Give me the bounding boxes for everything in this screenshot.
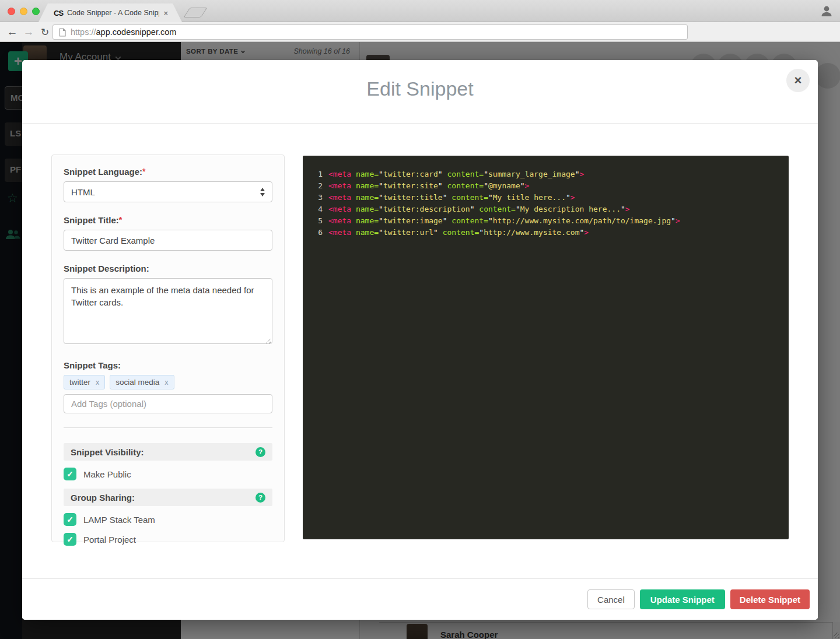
checkbox-row: ✓LAMP Stack Team (64, 513, 272, 526)
code-token: > (584, 227, 589, 238)
tag-label: social media (116, 378, 159, 387)
select-arrows-icon (260, 188, 265, 196)
code-token: " (438, 180, 443, 192)
code-token: > (525, 180, 530, 192)
code-token: " (379, 180, 383, 192)
group-sharing-label: Group Sharing: (71, 493, 135, 503)
code-token (447, 192, 452, 203)
browser-tab[interactable]: CS Code Snipper - A Code Snippe × (38, 3, 182, 22)
window-minimize-button[interactable] (20, 8, 27, 15)
checkbox[interactable]: ✓ (64, 468, 76, 480)
code-editor[interactable]: 1<meta name="twitter:card" content="summ… (303, 156, 789, 539)
code-token: content= (447, 168, 484, 180)
browser-titlebar: CS Code Snipper - A Code Snippe × (0, 0, 840, 22)
edit-snippet-modal: Edit Snippet × Snippet Language:* HTML S… (22, 60, 818, 620)
code-line: 4<meta name="twitter:description" conten… (303, 203, 789, 215)
line-number: 4 (303, 203, 328, 215)
tag-remove-icon[interactable]: x (164, 378, 168, 387)
code-line: 1<meta name="twitter:card" content="summ… (303, 168, 789, 180)
snippet-description-textarea[interactable]: This is an example of the meta data need… (64, 278, 272, 344)
form-divider (64, 427, 272, 428)
code-token: " (443, 192, 447, 203)
checkbox-row: ✓Portal Project (64, 533, 272, 546)
code-token: " (479, 227, 484, 238)
visibility-section-header: Snippet Visibility: ? (64, 443, 272, 461)
code-token: http://www.mysite.com/path/to/image.jpg (493, 215, 671, 227)
required-asterisk: * (119, 215, 122, 224)
code-token (351, 192, 356, 203)
code-token: <meta (328, 215, 351, 227)
back-button[interactable]: ← (5, 22, 20, 42)
code-token: <meta (328, 180, 351, 192)
window-close-button[interactable] (8, 8, 15, 15)
line-number: 5 (303, 215, 328, 227)
code-token: twitter:url (383, 227, 433, 238)
code-token: My title here... (493, 192, 566, 203)
code-token (351, 180, 356, 192)
code-token (443, 180, 447, 192)
forward-button[interactable]: → (21, 22, 36, 42)
description-label: Snippet Description: (64, 264, 272, 273)
snippet-title-input[interactable] (64, 230, 272, 251)
code-token: " (488, 192, 493, 203)
code-token: twitter:card (383, 168, 438, 180)
code-token: > (570, 192, 575, 203)
url-host: app.codesnipper.com (96, 27, 177, 37)
browser-profile-icon[interactable] (820, 5, 833, 17)
tag-chip: twitterx (64, 375, 105, 389)
add-tags-input[interactable] (64, 394, 272, 413)
group-section-header: Group Sharing: ? (64, 489, 272, 506)
code-line: 3<meta name="twitter:title" content="My … (303, 192, 789, 203)
code-token: content= (452, 192, 488, 203)
checkbox-label: Portal Project (83, 535, 136, 545)
language-select[interactable]: HTML (64, 181, 272, 202)
line-number: 6 (303, 227, 328, 238)
code-token: <meta (328, 203, 351, 215)
snippet-form-panel: Snippet Language:* HTML Snippet Title:* … (51, 155, 285, 542)
cancel-button[interactable]: Cancel (587, 589, 635, 609)
code-token: <meta (328, 168, 351, 180)
tab-close-icon[interactable]: × (163, 9, 168, 17)
help-icon[interactable]: ? (256, 447, 265, 457)
code-token: > (625, 203, 630, 215)
code-token: " (484, 180, 488, 192)
code-token: " (621, 203, 625, 215)
checkbox[interactable]: ✓ (64, 533, 76, 546)
code-token (438, 227, 443, 238)
code-token: content= (452, 215, 488, 227)
app-background: SORT BY DATE Showing 16 of 16 Michael Co… (0, 42, 840, 639)
address-bar[interactable]: https://app.codesnipper.com (52, 24, 688, 40)
checkbox-label: LAMP Stack Team (83, 515, 155, 525)
new-tab-button[interactable] (183, 8, 207, 17)
site-favicon: CS (54, 9, 63, 17)
code-line: 2<meta name="twitter:site" content="@myn… (303, 180, 789, 192)
window-zoom-button[interactable] (32, 8, 40, 15)
checkbox-label: Make Public (83, 469, 131, 479)
tags-label: Snippet Tags: (64, 360, 272, 370)
line-number: 3 (303, 192, 328, 203)
checkbox[interactable]: ✓ (64, 513, 76, 526)
code-token (447, 215, 452, 227)
code-token: " (433, 227, 438, 238)
code-token: " (379, 203, 383, 215)
tag-remove-icon[interactable]: x (96, 378, 99, 387)
code-token: My description here... (520, 203, 621, 215)
help-icon[interactable]: ? (256, 493, 265, 503)
code-token: twitter:site (383, 180, 438, 192)
code-token: @myname (488, 180, 520, 192)
code-token: <meta (328, 192, 351, 203)
update-snippet-button[interactable]: Update Snippet (640, 589, 725, 609)
page-icon (59, 28, 66, 37)
modal-close-button[interactable]: × (786, 69, 810, 92)
code-token: content= (479, 203, 516, 215)
tag-chip: social mediax (110, 375, 174, 389)
code-token: name= (356, 192, 379, 203)
code-token: name= (356, 215, 379, 227)
code-token: > (676, 215, 680, 227)
group-options: ✓LAMP Stack Team✓Portal Project (64, 513, 272, 546)
delete-snippet-button[interactable]: Delete Snippet (730, 589, 810, 609)
refresh-button[interactable]: ↻ (37, 22, 52, 42)
checkbox-row: ✓Make Public (64, 468, 272, 480)
code-token: <meta (328, 227, 351, 238)
code-token: " (580, 227, 584, 238)
